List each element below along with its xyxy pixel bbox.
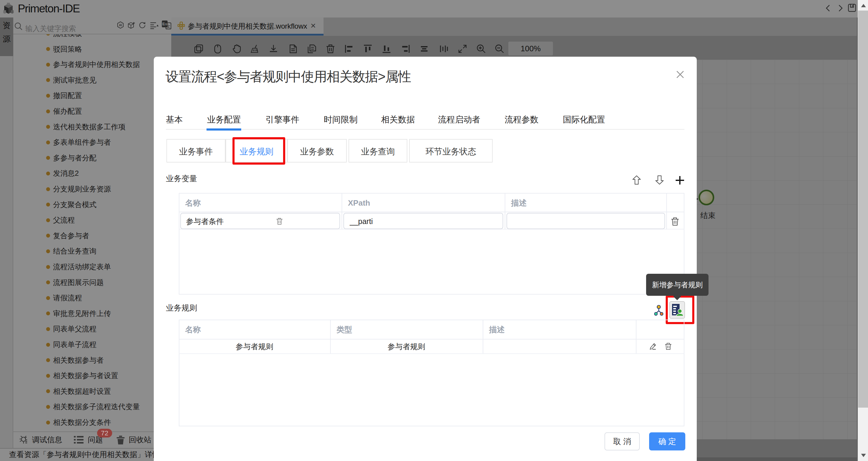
- svg-text:AI: AI: [119, 24, 122, 27]
- svg-text:文: 文: [166, 24, 170, 29]
